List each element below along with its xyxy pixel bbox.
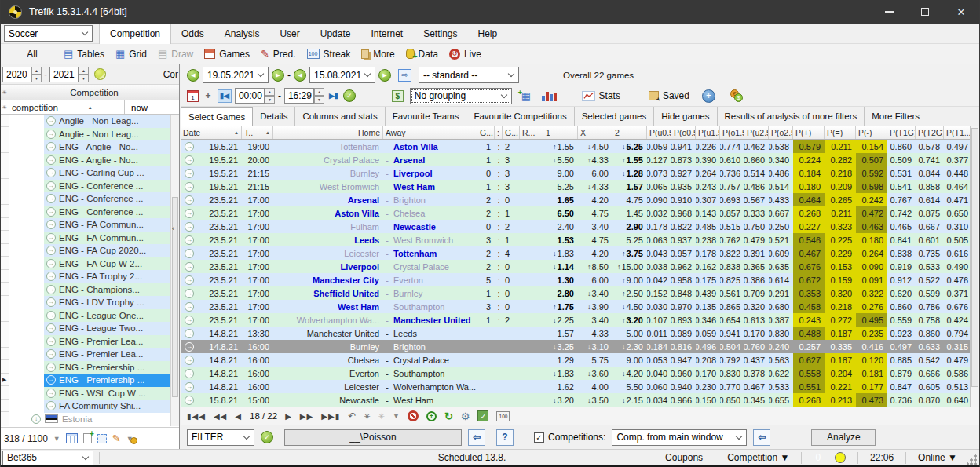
resize-grip[interactable]	[967, 454, 978, 465]
tab-details[interactable]: Details	[253, 107, 295, 126]
table-row[interactable]: →14.8.2116:00Burnley-Brighton↓3.25↓3.10↓…	[181, 340, 979, 353]
table-row[interactable]: →23.5.2117:00Arsenal-Brighton2:01.654.20…	[181, 193, 979, 206]
open-game-icon[interactable]: →	[185, 209, 194, 218]
table-row[interactable]: →14.8.2116:00Leicester-Wolverhampton Wa.…	[181, 380, 979, 393]
tables-button[interactable]: ▤Tables	[64, 49, 104, 60]
tennis-ball-icon[interactable]	[94, 68, 106, 80]
open-game-icon[interactable]: →	[185, 382, 194, 392]
date-from-prev-button[interactable]: ◀	[187, 69, 199, 82]
sidebar-item[interactable]: →ENG - League Two...	[44, 322, 171, 335]
spin-buttons[interactable]: ▲▼	[265, 88, 275, 104]
game-link-cell[interactable]: →	[181, 166, 198, 180]
sidebar-item-selected[interactable]: →ENG - Premiership ...	[44, 374, 171, 387]
more-button[interactable]: More	[361, 49, 394, 60]
table-row[interactable]: →19.5.2120:00Crystal Palace-Arsenal1:3↓5…	[181, 153, 979, 166]
nav-last-icon[interactable]: ▶▶▮	[321, 412, 340, 421]
spin-buttons[interactable]: ▲▼	[314, 88, 324, 104]
menu-tab-settings[interactable]: Settings	[413, 24, 467, 44]
open-game-icon[interactable]: →	[185, 396, 194, 405]
open-game-icon[interactable]: →	[185, 235, 194, 245]
table-row[interactable]: →23.5.2117:00Wolverhampton Wa...-Manches…	[181, 313, 979, 327]
table-row[interactable]: →23.5.2117:00West Ham-Southampton3:0↑1.7…	[181, 300, 979, 313]
column-header-p-u0-5[interactable]: P(u0.5)	[647, 126, 671, 139]
table-row[interactable]: →23.5.2117:00Liverpool-Crystal Palace2:0…	[181, 260, 979, 273]
spin-buttons[interactable]: ▲▼	[79, 67, 89, 82]
open-game-icon[interactable]: →	[185, 262, 194, 272]
nav-forward-icon[interactable]: ▶	[285, 412, 292, 421]
open-game-icon[interactable]: →	[185, 316, 194, 325]
table-row[interactable]: →23.5.2117:00Leeds-West Bromwich3:11.534…	[181, 233, 979, 246]
table-row[interactable]: →23.5.2117:00Aston Villa-Chelsea2:16.504…	[181, 206, 979, 220]
game-link-cell[interactable]: →	[181, 393, 198, 407]
game-link-cell[interactable]: →	[181, 180, 198, 193]
nav-back-icon[interactable]: ◀	[235, 412, 242, 421]
game-link-cell[interactable]: →	[181, 153, 198, 166]
time-from-spinner[interactable]: 00:00 ▲▼	[235, 88, 275, 104]
now-column-header[interactable]: now	[124, 100, 179, 114]
game-link-cell[interactable]: →	[181, 140, 198, 153]
competition-menu-button[interactable]: Competition ▼	[721, 452, 795, 463]
streak-button[interactable]: 100Streak	[307, 49, 351, 60]
game-link-cell[interactable]: →	[181, 246, 198, 260]
game-link-cell[interactable]: →	[181, 286, 198, 300]
sidebar-item[interactable]: →ENG - Anglie - No...	[44, 154, 171, 167]
filter-combo[interactable]: FILTER	[187, 429, 254, 446]
competition-column-header[interactable]: Competition	[9, 88, 179, 97]
column-header-p-t2g[interactable]: P(T2G)	[916, 126, 944, 139]
table-row[interactable]: →19.5.2121:15West Bromwich-West Ham1:35.…	[181, 180, 979, 193]
open-game-icon[interactable]: →	[185, 329, 194, 338]
competitions-source-combo[interactable]: Comp. from main window	[612, 429, 747, 446]
sidebar-scrollbar[interactable]: ‹	[170, 115, 179, 426]
column-header-t[interactable]: T..▲	[242, 126, 273, 139]
game-link-cell[interactable]: →	[181, 300, 198, 313]
date-to-next-button[interactable]: ▶	[378, 69, 391, 82]
collapse-arrow-icon[interactable]: ‹	[172, 224, 174, 232]
sidebar-item[interactable]: →ENG - Conference ...	[44, 192, 171, 206]
nav-fast-forward-icon[interactable]: ▶▶	[300, 412, 313, 421]
column-header-p-t1[interactable]: P(T1...	[944, 126, 972, 139]
column-header-p[interactable]: P(+)	[793, 126, 825, 139]
column-header-g[interactable]: G...	[477, 126, 495, 139]
pred-button[interactable]: ✎Pred.	[261, 49, 296, 60]
game-link-cell[interactable]: →	[181, 327, 198, 340]
menu-tab-analysis[interactable]: Analysis	[214, 24, 270, 44]
time-to-spinner[interactable]: 16:29 ▲▼	[284, 88, 324, 104]
analyze-button[interactable]: Analyze	[811, 429, 876, 446]
sidebar-item[interactable]: →ENG - FA Trophy 2...	[44, 270, 171, 283]
sidebar-item[interactable]: →FA Community Shi...	[44, 400, 171, 413]
bar-chart-icon[interactable]	[542, 91, 557, 101]
money-icon[interactable]: $	[392, 90, 404, 102]
filter-coin-icon[interactable]: ▼	[126, 435, 133, 443]
game-link-cell[interactable]: →	[181, 273, 198, 286]
table-row[interactable]: →14.8.2113:30Manchester United-Leeds1.57…	[181, 327, 979, 340]
filter-funnel-icon[interactable]: ▼	[53, 435, 60, 443]
sidebar-item[interactable]: →ENG - FA Cup W 2...	[44, 257, 171, 271]
table-view-icon[interactable]	[66, 433, 78, 443]
game-link-cell[interactable]: →	[181, 313, 198, 327]
column-header-p-o2-5[interactable]: P(o2.5)	[769, 126, 793, 139]
preset-combo[interactable]: -- standard --	[419, 67, 519, 83]
table-row[interactable]: →19.5.2119:00Tottenham-Aston Villa1:2↑1.…	[181, 140, 979, 153]
open-game-icon[interactable]: →	[185, 356, 194, 365]
spin-buttons[interactable]: ▲▼	[31, 67, 42, 82]
date-from-combo[interactable]: 19.05.2021	[203, 67, 269, 83]
column-header-home[interactable]: Home	[273, 126, 383, 139]
filter-path-input[interactable]: __\Poisson	[284, 429, 462, 446]
date-to-prev-button[interactable]: ◀	[294, 69, 306, 82]
table-row[interactable]: →23.5.2117:00Leicester-Tottenham2:4↓1.83…	[181, 246, 979, 260]
column-header-x[interactable]: X	[578, 126, 612, 139]
stats-button[interactable]: Stats	[582, 90, 620, 101]
open-game-icon[interactable]: →	[185, 142, 194, 151]
column-header-p-o1-5[interactable]: P(o1.5)	[720, 126, 744, 139]
column-header-r[interactable]: R...	[520, 126, 543, 139]
column-header-g[interactable]: G...	[503, 126, 520, 139]
sidebar-item[interactable]: →ENG - FA Commun...	[44, 232, 171, 245]
tab-selected-games[interactable]: Selected games	[575, 107, 654, 126]
no-entry-icon[interactable]	[408, 410, 419, 421]
close-button[interactable]: ✕	[943, 0, 979, 24]
tab-columns-and-stats[interactable]: Columns and stats	[295, 107, 385, 126]
column-header-p[interactable]: P(-)	[856, 126, 887, 139]
sidebar-item[interactable]: →ENG - Conference ...	[44, 206, 171, 219]
column-header-p-u1-5[interactable]: P(u1.5)	[696, 126, 720, 139]
open-game-icon[interactable]: →	[185, 169, 194, 178]
